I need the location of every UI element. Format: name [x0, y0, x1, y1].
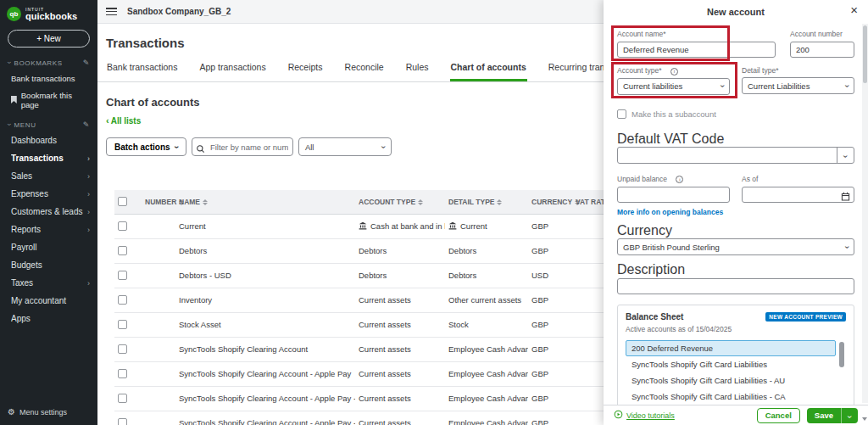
row-checkbox[interactable] — [118, 344, 127, 354]
unpaid-balance-input[interactable] — [617, 187, 730, 203]
sidebar-menu-item[interactable]: Customers & leads — [0, 203, 97, 221]
tab[interactable]: App transactions — [198, 60, 266, 81]
currency-select[interactable]: GBP British Pound Sterling — [617, 238, 854, 255]
row-checkbox[interactable] — [118, 320, 127, 329]
column-header[interactable]: DETAIL TYPE — [445, 190, 528, 214]
preview-scrollbar-thumb[interactable] — [839, 342, 844, 367]
edit-menu-icon[interactable] — [83, 120, 90, 129]
row-checkbox[interactable] — [118, 369, 127, 378]
select-all-checkbox[interactable] — [118, 197, 127, 206]
cancel-button[interactable]: Cancel — [757, 408, 800, 423]
sidebar-menu-item[interactable]: Dashboards — [0, 131, 97, 149]
row-checkbox[interactable] — [118, 394, 127, 403]
account-number-input[interactable] — [790, 42, 854, 58]
description-label: Description — [617, 262, 685, 277]
save-button[interactable]: Save — [807, 408, 841, 423]
row-checkbox-cell — [114, 288, 142, 312]
sidebar-menu-item[interactable]: Expenses — [0, 185, 97, 203]
bookmarks-section-header[interactable]: BOOKMARKS — [0, 51, 97, 70]
detail-type-cell: Debtors — [445, 238, 528, 263]
close-icon[interactable] — [850, 3, 858, 17]
bookmark-icon — [11, 96, 17, 103]
chevron-right-icon — [87, 226, 90, 234]
detail-type-cell: Employee Cash Advances — [445, 411, 528, 425]
column-header[interactable]: ACCOUNT TYPE — [355, 190, 445, 214]
sidebar-menu-item-label: Transactions — [11, 154, 87, 163]
bookmarks-header-label: BOOKMARKS — [14, 59, 83, 67]
row-checkbox[interactable] — [118, 246, 127, 255]
as-of-date-input[interactable] — [742, 187, 854, 203]
detail-type-label: Current — [460, 221, 487, 231]
row-checkbox[interactable] — [118, 221, 127, 231]
edit-bookmarks-icon[interactable] — [83, 59, 90, 67]
bookmark-this-page[interactable]: Bookmark this page — [0, 87, 97, 113]
save-options-button[interactable] — [841, 408, 858, 423]
tab[interactable]: Receipts — [287, 60, 324, 81]
chevron-right-icon — [87, 172, 90, 181]
row-checkbox[interactable] — [118, 271, 127, 280]
chevron-down-icon — [846, 81, 849, 91]
row-checkbox-cell — [114, 361, 142, 386]
new-button[interactable]: + New — [8, 30, 90, 48]
calendar-icon[interactable] — [841, 189, 850, 204]
all-lists-link[interactable]: All lists — [106, 115, 141, 126]
row-checkbox[interactable] — [118, 418, 127, 425]
detail-type-select[interactable]: Current Liabilities — [742, 77, 854, 94]
account-type-label-row: Account type* — [617, 66, 730, 75]
sidebar-menu-item[interactable]: Budgets — [0, 256, 97, 274]
row-checkbox[interactable] — [118, 295, 127, 305]
column-header[interactable]: CURRENCY — [528, 190, 572, 214]
account-type-select[interactable]: Current liabilities — [617, 78, 730, 95]
tab[interactable]: Bank transactions — [106, 60, 178, 81]
company-name: Sandbox Company_GB_2 — [127, 7, 231, 16]
sidebar-menu-item[interactable]: My accountant — [0, 292, 97, 310]
panel-scrollbar-thumb[interactable] — [863, 25, 867, 83]
name-cell: Debtors — [175, 238, 355, 263]
info-icon[interactable] — [670, 68, 678, 75]
sidebar-menu-item[interactable]: Reports — [0, 221, 97, 238]
detail-type-label: Debtors — [448, 246, 476, 255]
video-tutorials-link[interactable]: Video tutorials — [614, 410, 757, 421]
description-input[interactable] — [617, 278, 854, 294]
menu-section-header[interactable]: MENU — [0, 113, 97, 131]
sidebar-menu-item-label: Customers & leads — [11, 207, 87, 216]
column-header[interactable]: NAME — [175, 190, 355, 214]
vat-code-select[interactable] — [617, 147, 854, 164]
sidebar-menu-item[interactable]: Sales — [0, 167, 97, 185]
currency-field: Currency GBP British Pound Sterling — [617, 223, 854, 255]
menu-settings[interactable]: Menu settings — [0, 404, 97, 420]
batch-actions-button[interactable]: Batch actions — [106, 137, 186, 156]
detail-type-cell: Employee Cash Advances — [445, 337, 528, 361]
panel-scrollbar[interactable] — [862, 24, 868, 403]
preview-account-item[interactable]: SyncTools Shopify Gift Card Liabilities … — [626, 372, 836, 389]
tab[interactable]: Chart of accounts — [450, 60, 527, 81]
tab[interactable]: Rules — [405, 60, 430, 81]
subaccount-checkbox[interactable] — [617, 109, 626, 119]
quickbooks-logo: qb INTUIT quickbooks — [0, 0, 97, 25]
collapse-sidebar-icon[interactable] — [106, 8, 117, 15]
bookmark-item-bank-transactions[interactable]: Bank transactions — [0, 70, 97, 87]
tab-label: App transactions — [199, 62, 265, 72]
info-icon[interactable] — [676, 176, 683, 183]
filter-search-input[interactable] — [192, 137, 293, 156]
detail-type-label: Debtors — [448, 271, 476, 280]
account-name-input[interactable] — [617, 42, 776, 58]
sidebar-menu-item[interactable]: Apps — [0, 310, 97, 327]
preview-account-item[interactable]: SyncTools Shopify Gift Card Liabilities … — [626, 389, 836, 405]
account-type-label: Debtors — [359, 246, 387, 255]
preview-account-item[interactable]: 200 Deferred Revenue — [626, 340, 836, 356]
tab[interactable]: Reconcile — [344, 60, 385, 81]
sidebar-menu-item[interactable]: Transactions — [0, 149, 97, 167]
opening-balances-link[interactable]: More info on opening balances — [617, 208, 854, 216]
account-name-field: Account name* — [617, 30, 776, 58]
chevron-down-icon — [175, 143, 178, 152]
number-cell — [142, 337, 175, 361]
scrollbar-down-arrow[interactable] — [862, 417, 867, 421]
filter-type-select[interactable]: All — [298, 137, 392, 156]
sidebar-menu-item[interactable]: Taxes — [0, 274, 97, 292]
sidebar-menu-item[interactable]: Payroll — [0, 238, 97, 256]
preview-account-item[interactable]: SyncTools Shopify Gift Card Liabilities — [626, 356, 836, 372]
vat-dropdown-button[interactable] — [837, 148, 854, 163]
chevron-down-icon — [846, 243, 849, 252]
column-header[interactable]: NUMBER — [142, 190, 175, 214]
